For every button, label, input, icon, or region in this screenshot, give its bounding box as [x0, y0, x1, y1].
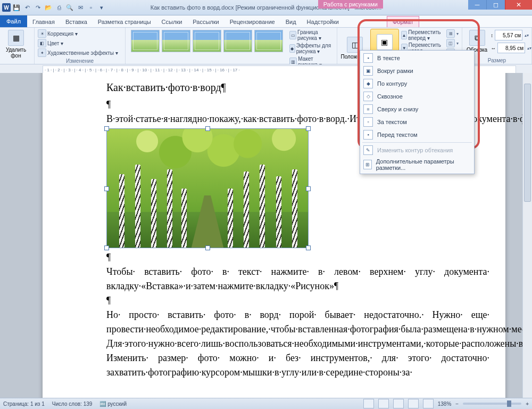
tab-file[interactable]: Файл — [0, 15, 27, 27]
context-tab-title: Работа с рисунками — [318, 0, 383, 9]
view-outline-button[interactable] — [408, 399, 419, 408]
wrap-topbottom-icon: ≡ — [363, 104, 373, 114]
wrap-behind-item[interactable]: ▫За текстом — [360, 116, 474, 128]
forward-icon: ▲ — [401, 31, 407, 39]
tab-references[interactable]: Ссылки — [156, 17, 188, 27]
qat-save-icon[interactable]: 💾 — [12, 3, 21, 12]
tab-review[interactable]: Рецензирование — [225, 17, 280, 27]
wrap-inline-icon: ▪ — [363, 53, 373, 63]
height-input[interactable]: ↕▴▾ — [491, 30, 531, 40]
doc-paragraph: ¶ — [106, 293, 489, 308]
tab-mailings[interactable]: Рассылки — [187, 17, 224, 27]
height-icon: ↕ — [491, 32, 493, 38]
tab-view[interactable]: Вид — [280, 17, 302, 27]
wrap-square-icon: ▣ — [363, 66, 373, 76]
tab-addins[interactable]: Надстройки — [302, 17, 344, 27]
wrap-front-item[interactable]: ▪Перед текстом — [360, 128, 474, 141]
effects-icon: ✦ — [38, 48, 46, 57]
group-icon: ◫ — [446, 39, 455, 47]
wrap-through-item[interactable]: ◇Сквозное — [360, 90, 474, 103]
doc-paragraph: Изменить· размер· фото· можно· и· без· и… — [106, 351, 489, 380]
qat-new-icon[interactable]: ▫ — [86, 3, 96, 12]
align-icon: ⊞ — [446, 29, 455, 38]
doc-paragraph: Чтобы· вставить· фото· в· текст· нажмите… — [106, 265, 489, 293]
brightness-icon: ☀ — [38, 29, 46, 38]
wrap-front-icon: ▪ — [363, 130, 373, 140]
qat-open-icon[interactable]: 📂 — [44, 3, 53, 12]
wrap-tight-icon: ◆ — [363, 79, 373, 88]
tab-format[interactable]: Формат — [387, 16, 419, 27]
qat-more-icon[interactable]: ▾ — [97, 3, 106, 12]
tab-insert[interactable]: Вставка — [60, 17, 93, 27]
word-icon: W — [2, 3, 11, 12]
wrap-square-item[interactable]: ▣Вокруг рамки — [360, 64, 474, 77]
qat-undo-icon[interactable]: ↶ — [22, 3, 32, 12]
maximize-button[interactable]: ◻ — [486, 0, 505, 10]
group-button[interactable]: ◫▾ — [446, 38, 459, 48]
crop-icon: ⧉ — [469, 30, 485, 46]
picture-border-button[interactable]: ▭Граница рисунка ▾ — [289, 29, 334, 42]
picture-effects-icon: ◆ — [289, 44, 295, 53]
titlebar: W 💾 ↶ ↷ 📂 ⎙ 🔍 ✉ ▫ ▾ Как вставить фото в … — [0, 0, 532, 15]
view-fullscreen-button[interactable] — [378, 399, 389, 408]
style-thumb[interactable] — [131, 30, 160, 52]
doc-paragraph: ¶ — [106, 250, 489, 265]
artistic-effects-button[interactable]: ✦Художественные эффекты ▾ — [38, 48, 122, 58]
wrap-topbottom-item[interactable]: ≡Сверху и снизу — [360, 103, 474, 116]
statusbar: Страница: 1 из 1 Число слов: 139 🔤 русск… — [0, 398, 532, 409]
scrollbar-thumb[interactable] — [524, 84, 531, 202]
corrections-button[interactable]: ☀Коррекция ▾ — [38, 29, 122, 38]
style-thumb[interactable] — [162, 30, 190, 52]
border-icon: ▭ — [289, 31, 296, 39]
edit-wrap-icon: ✎ — [363, 145, 373, 155]
style-thumb[interactable] — [193, 30, 221, 52]
more-layout-icon: ⊞ — [363, 160, 372, 169]
doc-paragraph: Но· просто· вставить· фото· в· ворд· пор… — [106, 308, 489, 337]
picture-styles-gallery[interactable] — [129, 29, 285, 68]
doc-paragraph: Для·этого·нужно·всего·лишь·воспользовать… — [106, 337, 489, 351]
picture-effects-button[interactable]: ◆Эффекты для рисунка ▾ — [289, 42, 334, 55]
style-thumb[interactable] — [223, 30, 252, 52]
style-thumb[interactable] — [254, 30, 283, 52]
color-button[interactable]: ◧Цвет ▾ — [38, 38, 122, 48]
qat-mail-icon[interactable]: ✉ — [76, 3, 85, 12]
vertical-scrollbar[interactable] — [522, 73, 532, 398]
tab-pagelayout[interactable]: Разметка страницы — [93, 17, 156, 27]
wrap-text-icon: ▣ — [377, 34, 393, 50]
status-zoom[interactable]: 138% — [438, 401, 452, 407]
view-printlayout-button[interactable] — [363, 399, 374, 408]
remove-background-icon: ▦ — [8, 30, 24, 46]
wrap-through-icon: ◇ — [363, 92, 373, 101]
zoom-in-button[interactable]: + — [526, 401, 529, 407]
width-input[interactable]: ↔▴▾ — [491, 43, 531, 53]
zoom-slider[interactable] — [463, 403, 521, 405]
status-words[interactable]: Число слов: 139 — [52, 401, 93, 407]
tab-home[interactable]: Главная — [27, 17, 60, 27]
status-page[interactable]: Страница: 1 из 1 — [3, 401, 45, 407]
ribbon-tabs: Файл Главная Вставка Разметка страницы С… — [0, 15, 532, 28]
qat-redo-icon[interactable]: ↷ — [33, 3, 43, 12]
wrap-tight-item[interactable]: ◆По контуру — [360, 77, 474, 90]
wrap-behind-icon: ▫ — [363, 117, 373, 127]
width-icon: ↔ — [491, 45, 496, 51]
view-web-button[interactable] — [393, 399, 404, 408]
wrap-inline-item[interactable]: ▪В тексте — [360, 52, 474, 64]
minimize-button[interactable]: ─ — [468, 0, 486, 10]
qat-quickprint-icon[interactable]: ⎙ — [54, 3, 64, 12]
group-adjust-label: Изменение — [38, 58, 122, 64]
view-draft-button[interactable] — [423, 399, 434, 408]
color-icon: ◧ — [38, 39, 46, 47]
status-lang[interactable]: 🔤 русский — [99, 401, 127, 407]
wrap-edit-item: ✎Изменить контур обтекания — [360, 144, 474, 157]
wrap-more-item[interactable]: ⊞Дополнительные параметры разметки... — [360, 157, 474, 173]
wrap-text-menu: ▪В тексте ▣Вокруг рамки ◆По контуру ◇Скв… — [360, 50, 475, 174]
bring-forward-button[interactable]: ▲Переместить вперед ▾ — [401, 29, 445, 42]
remove-background-button[interactable]: ▦ Удалить фон — [3, 29, 29, 60]
inserted-picture[interactable] — [106, 128, 309, 248]
close-button[interactable]: ✕ — [505, 0, 532, 10]
group-size-label: Размер — [466, 57, 528, 64]
align-button[interactable]: ⊞▾ — [446, 29, 459, 38]
qat-preview-icon[interactable]: 🔍 — [65, 3, 74, 12]
zoom-out-button[interactable]: − — [455, 401, 459, 407]
